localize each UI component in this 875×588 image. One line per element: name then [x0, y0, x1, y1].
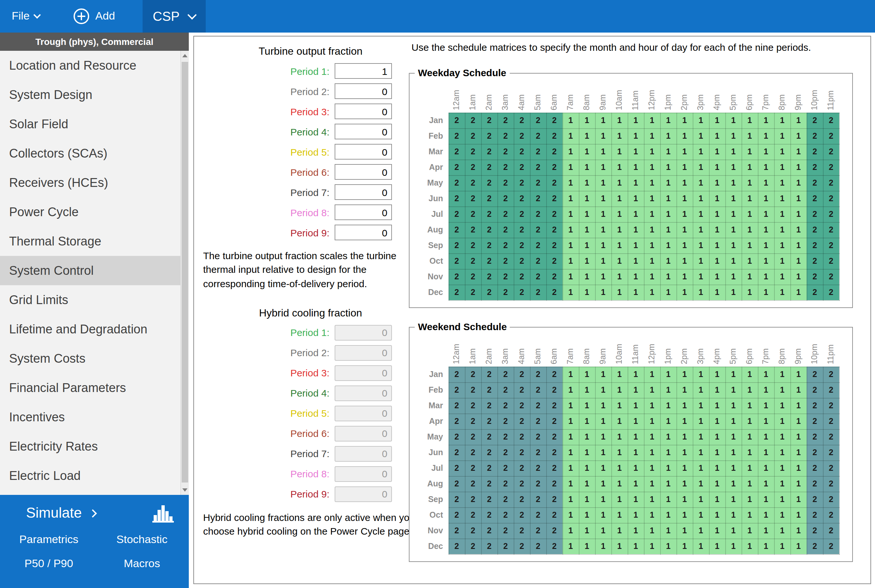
- weekday-schedule-cell[interactable]: 1: [709, 285, 725, 300]
- sidebar-item-financial-parameters[interactable]: Financial Parameters: [0, 373, 180, 402]
- weekend-schedule-cell[interactable]: 1: [709, 492, 725, 507]
- weekend-schedule-cell[interactable]: 1: [742, 538, 758, 554]
- weekday-schedule-cell[interactable]: 1: [611, 222, 628, 238]
- weekend-schedule-cell[interactable]: 1: [579, 492, 595, 507]
- weekend-schedule-cell[interactable]: 2: [449, 492, 465, 507]
- weekday-schedule-cell[interactable]: 1: [628, 112, 644, 128]
- weekday-schedule-cell[interactable]: 2: [497, 238, 514, 253]
- weekday-schedule-cell[interactable]: 1: [725, 285, 742, 300]
- weekday-schedule-cell[interactable]: 1: [611, 159, 628, 175]
- weekday-schedule-cell[interactable]: 2: [465, 112, 481, 128]
- weekend-schedule-cell[interactable]: 1: [628, 507, 644, 523]
- weekday-schedule-cell[interactable]: 2: [823, 159, 839, 175]
- weekday-schedule-cell[interactable]: 2: [823, 285, 839, 300]
- weekday-schedule-cell[interactable]: 1: [562, 222, 579, 238]
- weekday-schedule-cell[interactable]: 2: [514, 253, 530, 269]
- turbine-period-3-input[interactable]: [335, 104, 392, 119]
- weekday-schedule-cell[interactable]: 1: [579, 222, 595, 238]
- weekday-schedule-cell[interactable]: 1: [693, 238, 709, 253]
- weekday-schedule-cell[interactable]: 1: [628, 285, 644, 300]
- weekend-schedule-cell[interactable]: 1: [790, 538, 807, 554]
- weekday-schedule-cell[interactable]: 1: [628, 159, 644, 175]
- weekend-schedule-cell[interactable]: 1: [725, 367, 742, 382]
- weekend-schedule-cell[interactable]: 2: [823, 538, 839, 554]
- weekend-schedule-cell[interactable]: 1: [660, 429, 676, 445]
- sidebar-item-collectors-scas[interactable]: Collectors (SCAs): [0, 139, 180, 168]
- weekday-schedule-cell[interactable]: 1: [595, 144, 611, 159]
- weekday-schedule-cell[interactable]: 1: [742, 112, 758, 128]
- weekday-schedule-cell[interactable]: 2: [514, 191, 530, 206]
- sidebar-item-receivers-hces[interactable]: Receivers (HCEs): [0, 168, 180, 197]
- weekday-schedule-cell[interactable]: 1: [790, 206, 807, 222]
- weekend-schedule-cell[interactable]: 2: [807, 523, 823, 538]
- weekend-schedule-cell[interactable]: 1: [693, 414, 709, 429]
- weekend-schedule-cell[interactable]: 1: [562, 445, 579, 460]
- weekend-schedule-cell[interactable]: 2: [546, 367, 562, 382]
- weekday-schedule-cell[interactable]: 2: [449, 112, 465, 128]
- weekday-schedule-cell[interactable]: 2: [514, 222, 530, 238]
- weekday-schedule-cell[interactable]: 1: [742, 222, 758, 238]
- weekday-schedule-cell[interactable]: 2: [807, 253, 823, 269]
- weekday-schedule-cell[interactable]: 1: [725, 206, 742, 222]
- weekday-schedule-cell[interactable]: 1: [676, 191, 693, 206]
- weekday-schedule-cell[interactable]: 1: [595, 191, 611, 206]
- weekend-schedule-cell[interactable]: 1: [611, 492, 628, 507]
- weekend-schedule-cell[interactable]: 2: [530, 476, 546, 492]
- macros-button[interactable]: Macros: [124, 557, 160, 570]
- weekday-schedule-cell[interactable]: 2: [481, 238, 497, 253]
- weekday-schedule-cell[interactable]: 2: [514, 112, 530, 128]
- weekend-schedule-cell[interactable]: 1: [790, 507, 807, 523]
- weekday-schedule-cell[interactable]: 1: [644, 144, 660, 159]
- weekday-schedule-cell[interactable]: 2: [530, 128, 546, 144]
- weekday-schedule-cell[interactable]: 1: [676, 222, 693, 238]
- weekend-schedule-cell[interactable]: 1: [774, 445, 790, 460]
- weekday-schedule-cell[interactable]: 2: [823, 144, 839, 159]
- turbine-period-9-input[interactable]: [335, 225, 392, 240]
- weekday-schedule-cell[interactable]: 2: [514, 206, 530, 222]
- weekday-schedule-cell[interactable]: 1: [611, 285, 628, 300]
- weekend-schedule-cell[interactable]: 2: [823, 523, 839, 538]
- weekday-schedule-cell[interactable]: 1: [725, 238, 742, 253]
- weekday-schedule-cell[interactable]: 1: [693, 222, 709, 238]
- weekday-schedule-cell[interactable]: 1: [709, 253, 725, 269]
- weekday-schedule-cell[interactable]: 1: [758, 206, 774, 222]
- weekday-schedule-cell[interactable]: 1: [693, 191, 709, 206]
- weekday-schedule-cell[interactable]: 2: [546, 206, 562, 222]
- weekday-schedule-cell[interactable]: 1: [628, 128, 644, 144]
- weekend-schedule-cell[interactable]: 1: [562, 523, 579, 538]
- weekend-schedule-cell[interactable]: 1: [611, 445, 628, 460]
- weekday-schedule-cell[interactable]: 1: [774, 206, 790, 222]
- weekend-schedule-cell[interactable]: 1: [790, 523, 807, 538]
- weekend-schedule-cell[interactable]: 1: [774, 538, 790, 554]
- weekday-schedule-cell[interactable]: 1: [725, 269, 742, 285]
- weekday-schedule-cell[interactable]: 2: [823, 112, 839, 128]
- weekday-schedule-cell[interactable]: 2: [481, 191, 497, 206]
- weekend-schedule-cell[interactable]: 2: [530, 414, 546, 429]
- weekend-schedule-cell[interactable]: 2: [497, 492, 514, 507]
- sidebar-item-location-and-resource[interactable]: Location and Resource: [0, 51, 180, 80]
- weekday-schedule-cell[interactable]: 2: [481, 253, 497, 269]
- weekend-schedule-cell[interactable]: 1: [676, 460, 693, 476]
- weekday-schedule-cell[interactable]: 2: [497, 269, 514, 285]
- weekday-schedule-cell[interactable]: 1: [628, 238, 644, 253]
- weekend-schedule-cell[interactable]: 1: [628, 538, 644, 554]
- weekend-schedule-cell[interactable]: 2: [546, 398, 562, 414]
- weekday-schedule-cell[interactable]: 2: [497, 206, 514, 222]
- weekend-schedule-cell[interactable]: 2: [497, 523, 514, 538]
- weekday-schedule-cell[interactable]: 2: [497, 253, 514, 269]
- turbine-period-2-input[interactable]: [335, 83, 392, 99]
- weekend-schedule-cell[interactable]: 2: [514, 523, 530, 538]
- weekday-schedule-cell[interactable]: 1: [595, 238, 611, 253]
- weekday-schedule-cell[interactable]: 2: [449, 285, 465, 300]
- weekday-schedule-cell[interactable]: 1: [790, 238, 807, 253]
- weekend-schedule-cell[interactable]: 1: [725, 382, 742, 398]
- weekday-schedule-cell[interactable]: 1: [644, 128, 660, 144]
- weekend-schedule-cell[interactable]: 1: [774, 523, 790, 538]
- weekend-schedule-cell[interactable]: 2: [546, 492, 562, 507]
- weekend-schedule-cell[interactable]: 2: [514, 414, 530, 429]
- sidebar-item-grid-limits[interactable]: Grid Limits: [0, 285, 180, 315]
- weekend-schedule-cell[interactable]: 2: [449, 382, 465, 398]
- weekend-schedule-cell[interactable]: 1: [790, 367, 807, 382]
- weekend-schedule-cell[interactable]: 1: [693, 367, 709, 382]
- weekday-schedule-cell[interactable]: 2: [497, 112, 514, 128]
